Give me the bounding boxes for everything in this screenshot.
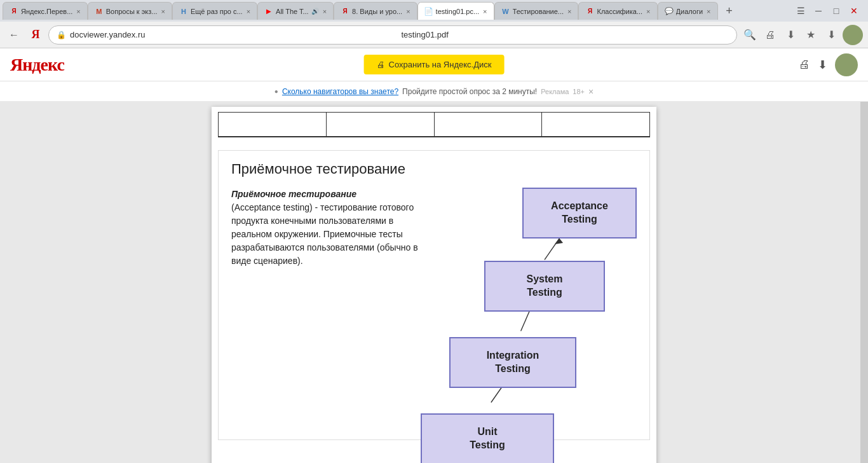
yandex-logo[interactable]: Яндекс <box>10 55 64 75</box>
user-avatar-header[interactable] <box>835 53 858 76</box>
table-strip <box>218 112 650 137</box>
download-icon[interactable]: ⬇ <box>782 26 799 44</box>
spacer <box>212 137 656 150</box>
yandex-logo-nav[interactable]: Я <box>27 26 44 44</box>
tab-label-4: All The T... <box>276 8 309 15</box>
text-bold-italic: Приёмочное тестирование <box>231 189 356 199</box>
text-column: Приёмочное тестирование (Acceptance test… <box>231 188 422 429</box>
url-domain: docviewer.yandex.ru <box>70 30 398 39</box>
tab-favicon-4: ▶ <box>264 7 273 16</box>
pdf-section: Приёмочное тестирование Приёмочное тести… <box>218 150 650 440</box>
tab-close-9[interactable]: × <box>707 8 710 15</box>
tab-label-6: testing01.pc... <box>436 8 480 15</box>
download-button[interactable]: ⬇ <box>822 26 840 44</box>
toolbar-right: 🔍 🖨 ⬇ ★ ⬇ <box>741 25 863 45</box>
tab-close-4[interactable]: × <box>323 8 327 15</box>
tab-close-5[interactable]: × <box>406 8 410 15</box>
tab-eshche[interactable]: Н Ещё раз про с... × <box>172 2 257 20</box>
unit-testing-label: UnitTesting <box>470 425 505 452</box>
system-testing-box: SystemTesting <box>484 261 605 312</box>
tab-favicon-5: Я <box>341 7 349 16</box>
svg-marker-5 <box>555 238 563 244</box>
integration-testing-box: IntegrationTesting <box>449 337 576 388</box>
back-button[interactable]: ← <box>5 26 23 44</box>
main-content: Приёмочное тестирование Приёмочное тести… <box>0 102 868 463</box>
tab-close-1[interactable]: × <box>76 8 80 15</box>
tab-allthe[interactable]: ▶ All The T... 🔊 × <box>257 2 334 20</box>
minimize-button[interactable]: ─ <box>812 6 825 16</box>
ad-age: 18+ <box>573 88 585 95</box>
tab-label-7: Тестирование... <box>513 8 564 15</box>
table-cell-3 <box>435 113 543 136</box>
close-window-button[interactable]: ✕ <box>848 6 860 16</box>
ad-bar: ● Сколько навигаторов вы знаете? Пройдит… <box>0 81 868 102</box>
system-testing-label: SystemTesting <box>527 273 563 300</box>
integration-testing-label: IntegrationTesting <box>487 349 539 376</box>
menu-icon[interactable]: ☰ <box>794 6 807 16</box>
content-area: Приёмочное тестирование (Acceptance test… <box>231 188 637 429</box>
ad-dot: ● <box>275 88 278 95</box>
tab-label-3: Ещё раз про с... <box>191 8 243 15</box>
tab-close-6[interactable]: × <box>483 8 487 15</box>
print-header-icon[interactable]: 🖨 <box>799 58 810 71</box>
header-right-actions: 🖨 ⬇ <box>799 53 858 76</box>
table-cell-1 <box>219 113 327 136</box>
tab-testing01[interactable]: 📄 testing01.pc... × <box>417 2 494 20</box>
ad-label: Реклама <box>541 88 569 95</box>
tab-close-3[interactable]: × <box>247 8 250 15</box>
tab-label-9: Диалоги <box>676 8 703 15</box>
tab-favicon-8: Я <box>585 7 594 16</box>
url-bar[interactable]: 🔒 docviewer.yandex.ru testing01.pdf <box>48 25 737 45</box>
tab-gmail[interactable]: M Вопросы к экз... × <box>88 2 172 20</box>
save-to-disk-button[interactable]: 🖨 Сохранить на Яндекс.Диск <box>364 55 505 74</box>
tab-audio-icon-4[interactable]: 🔊 <box>311 8 319 15</box>
tab-klassif[interactable]: Я Классифика... × <box>578 2 657 20</box>
tab-close-8[interactable]: × <box>646 8 650 15</box>
tab-vidy[interactable]: Я 8. Виды и уро... × <box>334 2 417 20</box>
pdf-page: Приёмочное тестирование Приёмочное тести… <box>212 107 656 463</box>
search-button[interactable]: 🔍 <box>741 26 759 44</box>
tab-label-1: Яндекс.Перев... <box>21 8 72 15</box>
maximize-button[interactable]: □ <box>830 6 843 16</box>
yandex-app-header: Яндекс 🖨 Сохранить на Яндекс.Диск 🖨 ⬇ <box>0 48 868 81</box>
text-paren: (Acceptance testing) - <box>231 202 318 212</box>
tab-favicon-2: M <box>95 7 104 16</box>
ad-link[interactable]: Сколько навигаторов вы знаете? <box>282 87 398 96</box>
diagram-column: AcceptanceTesting SystemTesting Integrat… <box>435 188 637 429</box>
tab-favicon-1: Я <box>10 7 18 16</box>
table-cell-4 <box>542 113 649 136</box>
save-icon: 🖨 <box>377 60 385 69</box>
tab-bar: Я Яндекс.Перев... × M Вопросы к экз... ×… <box>0 0 868 22</box>
window-controls: ☰ ─ □ ✕ <box>794 6 865 16</box>
acceptance-testing-box: AcceptanceTesting <box>522 188 637 238</box>
tab-yandex-perev[interactable]: Я Яндекс.Перев... × <box>3 2 88 20</box>
svg-line-4 <box>545 238 559 260</box>
tab-label-5: 8. Виды и уро... <box>352 8 402 15</box>
scrollbar[interactable] <box>860 102 868 463</box>
user-avatar[interactable] <box>843 25 863 45</box>
table-cell-2 <box>327 113 435 136</box>
unit-testing-box: UnitTesting <box>421 413 554 463</box>
lock-icon: 🔒 <box>57 31 66 39</box>
address-bar: ← Я 🔒 docviewer.yandex.ru testing01.pdf … <box>0 22 868 48</box>
text-content: Приёмочное тестирование (Acceptance test… <box>231 188 422 268</box>
print-icon[interactable]: 🖨 <box>761 26 779 44</box>
save-button-label: Сохранить на Яндекс.Диск <box>389 60 492 69</box>
acceptance-testing-label: AcceptanceTesting <box>551 200 608 226</box>
tab-close-2[interactable]: × <box>161 8 165 15</box>
tab-favicon-9: 💬 <box>665 7 674 16</box>
ad-close-button[interactable]: × <box>588 86 593 97</box>
tab-close-7[interactable]: × <box>567 8 571 15</box>
tab-favicon-6: 📄 <box>424 7 433 16</box>
bookmark-icon[interactable]: ★ <box>802 26 820 44</box>
url-path: testing01.pdf <box>402 30 729 39</box>
new-tab-button[interactable]: + <box>721 2 738 20</box>
ad-description: Пройдите простой опрос за 2 минуты! <box>402 87 537 96</box>
browser-chrome: Я Яндекс.Перев... × M Вопросы к экз... ×… <box>0 0 868 48</box>
tab-testirovanie[interactable]: W Тестирование... × <box>494 2 579 20</box>
section-title: Приёмочное тестирование <box>231 161 637 177</box>
download-header-icon[interactable]: ⬇ <box>818 58 827 72</box>
tab-dialogi[interactable]: 💬 Диалоги × <box>658 2 718 20</box>
tab-label-8: Классифика... <box>597 8 642 15</box>
tab-favicon-3: Н <box>179 7 188 16</box>
